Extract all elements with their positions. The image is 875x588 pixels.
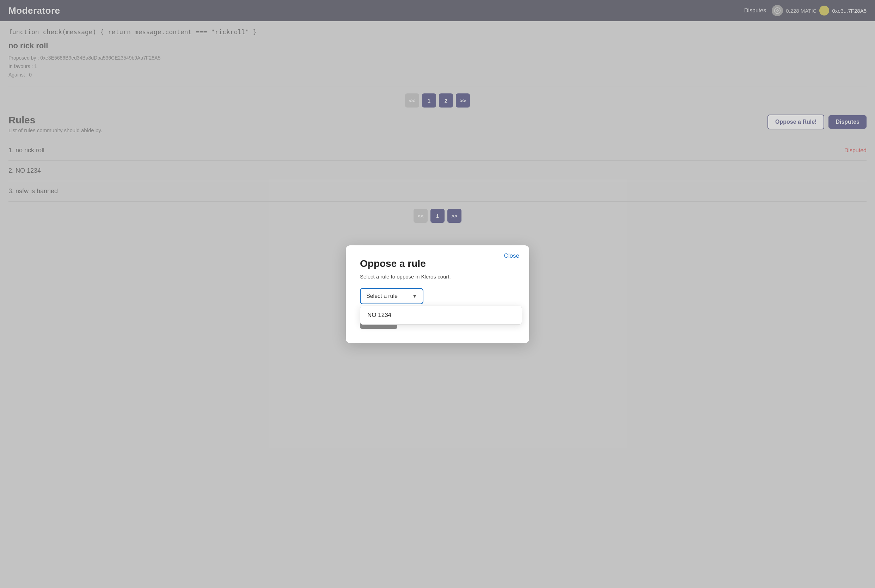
select-rule-button[interactable]: Select a rule ▼	[360, 288, 423, 304]
select-placeholder: Select a rule	[366, 293, 398, 299]
rule-select-wrapper: Select a rule ▼ NO 1234	[360, 288, 515, 304]
modal-title: Oppose a rule	[360, 258, 515, 269]
modal-overlay: Close Oppose a rule Select a rule to opp…	[0, 0, 875, 588]
modal-close-button[interactable]: Close	[504, 252, 519, 260]
oppose-rule-modal: Close Oppose a rule Select a rule to opp…	[346, 245, 529, 343]
dropdown-option-no1234[interactable]: NO 1234	[360, 306, 522, 324]
rule-dropdown-list: NO 1234	[360, 306, 522, 325]
chevron-down-icon: ▼	[412, 293, 417, 299]
modal-description: Select a rule to oppose in Kleros court.	[360, 273, 515, 279]
